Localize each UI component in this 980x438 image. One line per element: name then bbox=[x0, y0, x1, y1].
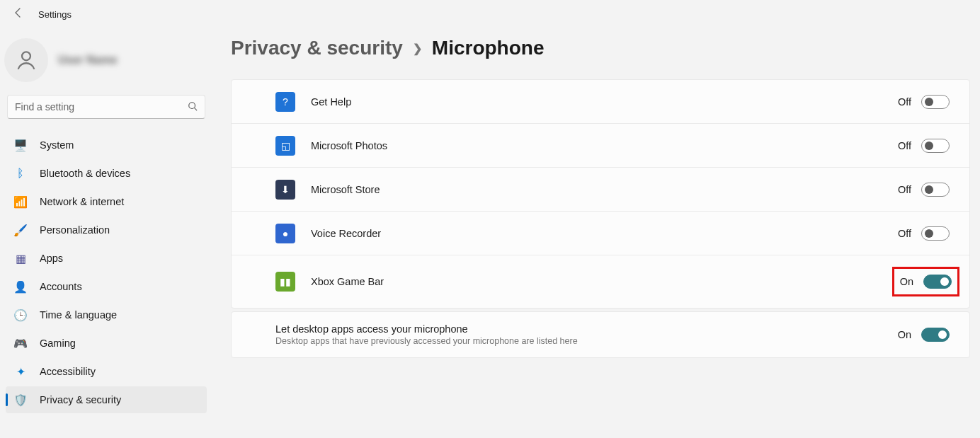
nav: 🖥️SystemᛒBluetooth & devices📶Network & i… bbox=[3, 132, 210, 413]
sidebar-item-network-internet[interactable]: 📶Network & internet bbox=[6, 188, 207, 215]
svg-line-2 bbox=[195, 108, 198, 110]
sidebar-item-label: Network & internet bbox=[40, 196, 124, 207]
sidebar-item-label: System bbox=[40, 139, 74, 151]
sidebar-item-bluetooth-devices[interactable]: ᛒBluetooth & devices bbox=[6, 160, 207, 187]
toggle-state-label: On bbox=[900, 276, 913, 287]
desktop-apps-row: Let desktop apps access your microphone … bbox=[231, 311, 970, 358]
person-icon bbox=[14, 48, 38, 72]
app-toggle[interactable] bbox=[923, 275, 952, 289]
app-row-xbox-game-bar: ▮▮Xbox Game BarOn bbox=[232, 255, 969, 308]
sidebar: User Name 🖥️SystemᛒBluetooth & devices📶N… bbox=[0, 28, 212, 438]
time-language-icon: 🕒 bbox=[14, 309, 27, 321]
app-name: Microsoft Photos bbox=[311, 140, 898, 151]
sidebar-item-label: Apps bbox=[40, 253, 63, 264]
app-toggle[interactable] bbox=[921, 139, 950, 153]
page-title: Microphone bbox=[432, 37, 545, 59]
sidebar-item-privacy-security[interactable]: 🛡️Privacy & security bbox=[6, 386, 207, 413]
app-toggle[interactable] bbox=[921, 183, 950, 197]
sidebar-item-label: Personalization bbox=[40, 224, 110, 236]
privacy-security-icon: 🛡️ bbox=[14, 393, 27, 406]
app-name: Microsoft Store bbox=[311, 184, 898, 195]
app-row-microsoft-store: ⬇Microsoft StoreOff bbox=[232, 168, 969, 212]
app-row-microsoft-photos: ◱Microsoft PhotosOff bbox=[232, 124, 969, 168]
svg-point-0 bbox=[22, 52, 30, 60]
sidebar-item-accounts[interactable]: 👤Accounts bbox=[6, 273, 207, 300]
get-help-icon: ? bbox=[275, 92, 295, 112]
sidebar-item-label: Accessibility bbox=[40, 366, 96, 377]
sidebar-item-label: Gaming bbox=[40, 338, 76, 349]
sidebar-item-label: Time & language bbox=[40, 309, 117, 321]
sidebar-item-label: Accounts bbox=[40, 281, 82, 292]
svg-point-1 bbox=[189, 102, 195, 108]
main-content: Privacy & security ❯ Microphone ?Get Hel… bbox=[212, 28, 980, 438]
avatar bbox=[4, 38, 48, 82]
desktop-apps-title: Let desktop apps access your microphone bbox=[275, 323, 898, 335]
app-toggle[interactable] bbox=[921, 226, 950, 241]
window-title: Settings bbox=[38, 9, 72, 20]
desktop-apps-toggle[interactable] bbox=[921, 328, 950, 342]
gaming-icon: 🎮 bbox=[14, 337, 27, 350]
sidebar-item-label: Privacy & security bbox=[40, 394, 121, 405]
app-row-voice-recorder: ●Voice RecorderOff bbox=[232, 212, 969, 255]
breadcrumb-parent[interactable]: Privacy & security bbox=[231, 37, 403, 59]
arrow-left-icon bbox=[13, 7, 24, 18]
chevron-right-icon: ❯ bbox=[413, 42, 422, 55]
app-name: Xbox Game Bar bbox=[311, 276, 892, 287]
system-icon: 🖥️ bbox=[14, 139, 27, 151]
user-block[interactable]: User Name bbox=[3, 34, 210, 95]
search-box[interactable] bbox=[7, 95, 205, 119]
app-name: Get Help bbox=[311, 96, 898, 108]
sidebar-item-time-language[interactable]: 🕒Time & language bbox=[6, 301, 207, 328]
app-name: Voice Recorder bbox=[311, 228, 898, 239]
desktop-apps-subtitle: Desktop apps that have previously access… bbox=[275, 336, 898, 346]
microsoft-photos-icon: ◱ bbox=[275, 136, 295, 156]
toggle-state-label: Off bbox=[898, 184, 911, 195]
back-button[interactable] bbox=[13, 7, 24, 21]
sidebar-item-accessibility[interactable]: ✦Accessibility bbox=[6, 358, 207, 385]
network-internet-icon: 📶 bbox=[14, 195, 27, 208]
desktop-toggle-label: On bbox=[898, 329, 911, 340]
voice-recorder-icon: ● bbox=[275, 224, 295, 243]
breadcrumb: Privacy & security ❯ Microphone bbox=[231, 37, 970, 59]
accounts-icon: 👤 bbox=[14, 280, 27, 293]
microsoft-store-icon: ⬇ bbox=[275, 180, 295, 200]
sidebar-item-apps[interactable]: ▦Apps bbox=[6, 245, 207, 272]
sidebar-item-personalization[interactable]: 🖌️Personalization bbox=[6, 217, 207, 243]
bluetooth-devices-icon: ᛒ bbox=[14, 167, 27, 180]
xbox-game-bar-icon: ▮▮ bbox=[275, 272, 295, 292]
search-icon bbox=[188, 101, 198, 113]
sidebar-item-label: Bluetooth & devices bbox=[40, 168, 130, 179]
sidebar-item-gaming[interactable]: 🎮Gaming bbox=[6, 330, 207, 357]
app-row-get-help: ?Get HelpOff bbox=[232, 80, 969, 124]
sidebar-item-system[interactable]: 🖥️System bbox=[6, 132, 207, 159]
toggle-state-label: Off bbox=[898, 140, 911, 151]
personalization-icon: 🖌️ bbox=[14, 224, 27, 236]
app-list: ?Get HelpOff◱Microsoft PhotosOff⬇Microso… bbox=[231, 79, 970, 309]
highlight-annotation: On bbox=[892, 267, 959, 296]
apps-icon: ▦ bbox=[14, 252, 27, 265]
toggle-state-label: Off bbox=[898, 96, 911, 108]
accessibility-icon: ✦ bbox=[14, 365, 27, 378]
app-toggle[interactable] bbox=[921, 95, 950, 109]
search-input[interactable] bbox=[15, 101, 188, 113]
user-name: User Name bbox=[58, 54, 118, 67]
toggle-state-label: Off bbox=[898, 228, 911, 239]
